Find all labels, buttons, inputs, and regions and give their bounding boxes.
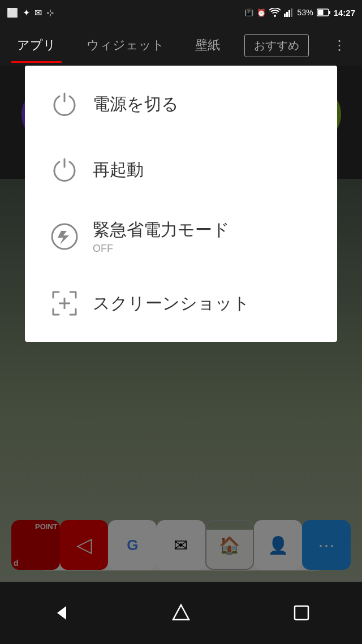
emergency-power-item[interactable]: 緊急省電力モード OFF bbox=[25, 203, 337, 271]
battery-icon bbox=[317, 8, 330, 16]
svg-rect-15 bbox=[295, 606, 308, 620]
power-off-text: 電源を切る bbox=[93, 93, 179, 116]
power-off-icon bbox=[48, 87, 81, 121]
signal-icon bbox=[284, 8, 294, 17]
svg-marker-13 bbox=[57, 606, 66, 620]
status-icons-right: 📳 ⏰ 53% 14:27 bbox=[244, 8, 355, 18]
tab-more-button[interactable]: ⋮ bbox=[328, 33, 351, 58]
svg-rect-5 bbox=[329, 11, 330, 14]
svg-rect-1 bbox=[286, 12, 288, 17]
tab-widgets[interactable]: ウィジェット bbox=[81, 32, 170, 58]
restart-item[interactable]: 再起動 bbox=[25, 137, 337, 203]
cast-icon: ⊹ bbox=[46, 7, 54, 18]
tab-wallpaper[interactable]: 壁紙 bbox=[189, 32, 226, 58]
status-bar: ⬜ ✦ ✉ ⊹ 📳 ⏰ 53% 14:27 bbox=[0, 0, 362, 25]
tab-bar: アプリ ウィジェット 壁紙 おすすめ ⋮ bbox=[0, 25, 362, 66]
svg-rect-6 bbox=[317, 10, 323, 15]
bottom-nav-bar bbox=[0, 582, 362, 644]
time: 14:27 bbox=[334, 8, 355, 18]
back-button[interactable] bbox=[38, 596, 83, 630]
wifi-icon bbox=[269, 8, 281, 17]
notification-icon: ✦ bbox=[23, 7, 30, 18]
restart-text: 再起動 bbox=[93, 158, 144, 182]
tab-recommended[interactable]: おすすめ bbox=[244, 34, 309, 57]
svg-marker-14 bbox=[173, 605, 189, 620]
battery-percent: 53% bbox=[298, 8, 313, 17]
vibrate-icon: 📳 bbox=[244, 8, 253, 17]
svg-rect-3 bbox=[291, 8, 292, 17]
power-menu-dialog: 電源を切る 再起動 緊急省電力モード OFF bbox=[25, 66, 337, 342]
recents-button[interactable] bbox=[279, 596, 324, 630]
power-off-item[interactable]: 電源を切る bbox=[25, 71, 337, 137]
screen-rotation-icon: ⬜ bbox=[7, 7, 18, 18]
screenshot-item[interactable]: スクリーンショット bbox=[25, 271, 337, 336]
status-icons-left: ⬜ ✦ ✉ ⊹ bbox=[7, 7, 54, 18]
emergency-icon bbox=[48, 220, 81, 254]
screenshot-icon bbox=[48, 286, 81, 320]
tab-apps[interactable]: アプリ bbox=[11, 32, 62, 58]
svg-rect-0 bbox=[284, 14, 286, 17]
restart-icon bbox=[48, 153, 81, 187]
emergency-text: 緊急省電力モード OFF bbox=[93, 218, 230, 255]
alarm-icon: ⏰ bbox=[257, 8, 266, 17]
mail-icon: ✉ bbox=[35, 7, 42, 18]
svg-rect-2 bbox=[288, 10, 290, 17]
home-button[interactable] bbox=[158, 596, 204, 630]
screenshot-text: スクリーンショット bbox=[93, 292, 250, 315]
